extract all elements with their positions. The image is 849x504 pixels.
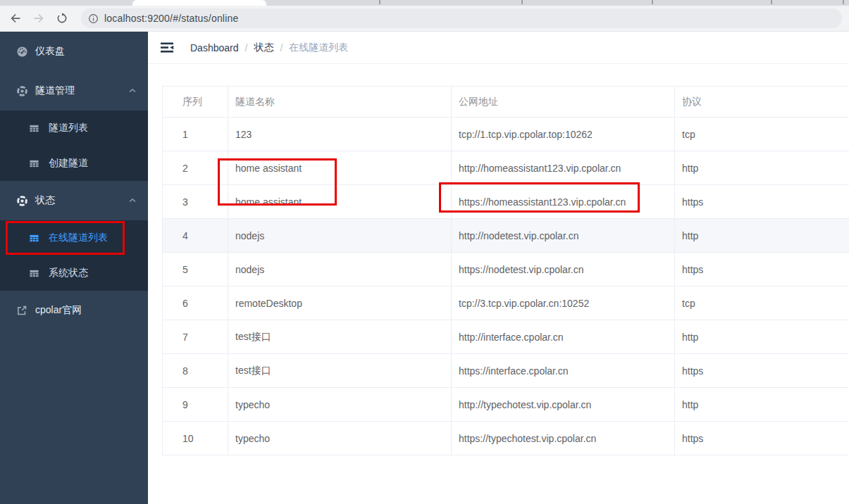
status-submenu: 在线隧道列表 系统状态	[0, 220, 148, 291]
forward-icon	[32, 11, 46, 25]
info-icon	[88, 13, 99, 24]
sidebar-item-label: 仪表盘	[35, 45, 137, 58]
tunnel-management-submenu: 隧道列表 创建隧道	[0, 111, 148, 181]
sidebar-item-tunnel-list[interactable]: 隧道列表	[0, 111, 148, 146]
address-bar[interactable]: localhost:9200/#/status/online	[81, 8, 842, 28]
sidebar-item-label: 系统状态	[49, 267, 88, 279]
compass-icon	[16, 194, 28, 207]
table-cell: 9	[163, 388, 228, 422]
table-cell: http://typechotest.vip.cpolar.cn	[452, 388, 675, 422]
table-row: 8test接口https://interface.cpolar.cnhttps	[163, 354, 849, 388]
chevron-up-icon	[128, 88, 137, 94]
sidebar-collapse-icon	[161, 42, 175, 53]
table-cell: http://nodetest.vip.cpolar.cn	[452, 219, 675, 253]
table-cell: http	[675, 320, 849, 354]
table-cell: 6	[163, 286, 228, 320]
table-cell: 1	[163, 118, 228, 151]
table-row: 7test接口http://interface.cpolar.cnhttp	[163, 320, 849, 354]
table-cell: 5	[163, 253, 228, 286]
sidebar-item-tunnel-management[interactable]: 隧道管理	[0, 71, 148, 111]
back-icon	[8, 11, 23, 25]
online-tunnel-table: 序列隧道名称公网地址协议 1123tcp://1.tcp.vip.cpolar.…	[162, 86, 849, 455]
table-row: 9typechohttp://typechotest.vip.cpolar.cn…	[163, 388, 849, 422]
table-cell: https	[675, 422, 849, 455]
table-cell: 7	[163, 320, 228, 354]
table-cell: 8	[163, 354, 228, 388]
active-tab[interactable]	[132, 0, 266, 6]
table-cell: https://nodetest.vip.cpolar.cn	[452, 253, 675, 286]
table-icon	[28, 158, 39, 169]
table-body: 1123tcp://1.tcp.vip.cpolar.top:10262tcp2…	[163, 118, 849, 455]
table-cell: 123	[228, 118, 452, 151]
breadcrumb-separator: /	[245, 42, 248, 53]
table-cell: 3	[163, 185, 228, 219]
sidebar-item-online-tunnel-list[interactable]: 在线隧道列表	[0, 220, 148, 256]
refresh-button[interactable]	[52, 8, 72, 28]
sidebar-item-label: 在线隧道列表	[49, 232, 108, 244]
refresh-icon	[56, 12, 68, 25]
table-row: 3home assistanthttps://homeassistant123.…	[163, 185, 849, 219]
compass-icon	[16, 84, 28, 97]
table-cell: home assistant	[228, 185, 452, 219]
table-row: 2home assistanthttp://homeassistant123.v…	[163, 151, 849, 185]
table-row: 5nodejshttps://nodetest.vip.cpolar.cnhtt…	[163, 253, 849, 286]
main-content: Dashboard / 状态 / 在线隧道列表 序列隧道名称公网地址协议 112…	[148, 32, 849, 504]
table-cell: 2	[163, 151, 228, 185]
table-cell: https://typechotest.vip.cpolar.cn	[452, 422, 675, 455]
table-cell: nodejs	[228, 219, 452, 253]
tab-separator	[843, 0, 844, 4]
table-cell: http	[675, 219, 849, 253]
column-header: 隧道名称	[228, 87, 452, 118]
table-icon	[28, 232, 39, 244]
sidebar-item-status[interactable]: 状态	[0, 181, 148, 220]
table-cell: 4	[163, 219, 228, 253]
table-row: 6remoteDesktoptcp://3.tcp.vip.cpolar.cn:…	[163, 286, 849, 320]
table-cell: http	[675, 388, 849, 422]
table-cell: tcp://3.tcp.vip.cpolar.cn:10252	[452, 286, 675, 320]
url-text: localhost:9200/#/status/online	[104, 13, 238, 24]
breadcrumb-status[interactable]: 状态	[254, 42, 273, 54]
table-cell: https://interface.cpolar.cn	[452, 354, 675, 388]
table-cell: test接口	[228, 354, 452, 388]
sidebar-item-create-tunnel[interactable]: 创建隧道	[0, 146, 148, 181]
table-cell: typecho	[228, 422, 452, 455]
external-link-icon	[16, 304, 28, 317]
table-cell: remoteDesktop	[228, 286, 452, 320]
sidebar-item-dashboard[interactable]: 仪表盘	[0, 32, 148, 71]
table-cell: 10	[163, 422, 228, 455]
column-header: 序列	[163, 87, 228, 118]
forward-button[interactable]	[29, 8, 49, 28]
tab-separator	[652, 0, 653, 4]
table-cell: https	[675, 185, 849, 219]
sidebar: 仪表盘 隧道管理 隧道列表	[0, 32, 148, 504]
breadcrumb-dashboard[interactable]: Dashboard	[190, 42, 239, 53]
table-row: 4nodejshttp://nodetest.vip.cpolar.cnhttp	[163, 219, 849, 253]
sidebar-item-label: 状态	[35, 194, 128, 207]
back-button[interactable]	[6, 8, 25, 28]
sidebar-item-label: 隧道列表	[49, 122, 88, 134]
sidebar-item-label: cpolar官网	[35, 304, 137, 317]
table-icon	[28, 267, 39, 279]
table-header-row: 序列隧道名称公网地址协议	[163, 87, 849, 118]
dashboard-icon	[16, 45, 28, 58]
column-header: 协议	[675, 87, 849, 118]
table-cell: typecho	[228, 388, 452, 422]
breadcrumb: Dashboard / 状态 / 在线隧道列表	[190, 42, 348, 54]
sidebar-item-system-status[interactable]: 系统状态	[0, 256, 148, 291]
table-cell: tcp	[675, 286, 849, 320]
table-cell: tcp	[675, 118, 849, 151]
table-cell: https	[675, 253, 849, 286]
table-cell: https	[675, 354, 849, 388]
browser-window: localhost:9200/#/status/online 仪表盘 隧道管理	[0, 0, 849, 504]
breadcrumb-bar: Dashboard / 状态 / 在线隧道列表	[148, 32, 849, 64]
browser-toolbar: localhost:9200/#/status/online	[0, 6, 849, 32]
table-cell: http://homeassistant123.vip.cpolar.cn	[452, 151, 675, 185]
sidebar-item-cpolar-website[interactable]: cpolar官网	[0, 291, 148, 330]
sidebar-collapse-button[interactable]	[161, 42, 175, 53]
browser-tab-strip	[0, 0, 849, 6]
table-cell: https://homeassistant123.vip.cpolar.cn	[452, 185, 675, 219]
chevron-up-icon	[128, 198, 137, 203]
table-row: 10typechohttps://typechotest.vip.cpolar.…	[163, 422, 849, 455]
table-cell: http	[675, 151, 849, 185]
breadcrumb-current-page: 在线隧道列表	[289, 42, 348, 54]
